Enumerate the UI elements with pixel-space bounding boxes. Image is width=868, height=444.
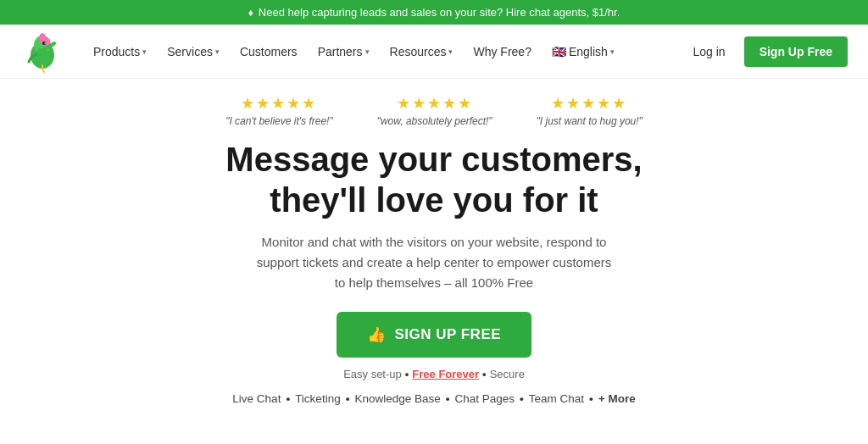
badge-easy: Easy set-up [343,368,402,380]
feature-knowledge-base: Knowledge Base [354,392,440,405]
feature-chat-pages: Chat Pages [454,392,515,405]
signup-button[interactable]: Sign Up Free [744,36,848,67]
reviews-row: ★★★★★ "I can't believe it's free!" ★★★★★… [225,94,643,127]
hero-section: ★★★★★ "I can't believe it's free!" ★★★★★… [0,79,868,405]
login-button[interactable]: Log in [684,40,733,64]
nav-resources[interactable]: Resources ▾ [381,40,462,64]
nav-customers[interactable]: Customers [231,40,306,64]
stars-3: ★★★★★ [551,94,627,113]
stars-2: ★★★★★ [397,94,473,113]
logo-parrot [20,30,64,74]
quote-1: "I can't believe it's free!" [225,115,333,127]
language-chevron-icon: ▾ [610,47,615,56]
nav-right: Log in Sign Up Free [684,36,848,67]
nav-services[interactable]: Services ▾ [159,40,228,64]
hero-headline: Message your customers, they'll love you… [225,139,642,220]
bullet-1: • [405,368,409,380]
feature-team-chat: Team Chat [529,392,584,405]
banner-text: Need help capturing leads and sales on y… [259,6,620,19]
svg-point-5 [44,42,45,43]
bullet-2: • [482,368,487,380]
resources-chevron-icon: ▾ [448,47,453,56]
partners-chevron-icon: ▾ [365,47,370,56]
diamond-icon: ♦ [248,7,253,19]
quote-3: "I just want to hug you!" [537,115,643,127]
nav-products[interactable]: Products ▾ [85,40,155,64]
review-2: ★★★★★ "wow, absolutely perfect!" [377,94,492,127]
services-chevron-icon: ▾ [215,47,220,56]
feature-live-chat: Live Chat [232,392,281,405]
main-nav: Products ▾ Services ▾ Customers Partners… [0,25,868,79]
badge-row: Easy set-up • Free Forever • Secure [343,368,525,380]
hero-subtext: Monitor and chat with the visitors on yo… [256,232,612,293]
feature-list: Live Chat • Ticketing • Knowledge Base •… [232,392,635,405]
review-3: ★★★★★ "I just want to hug you!" [537,94,643,127]
nav-partners[interactable]: Partners ▾ [309,40,378,64]
cta-signup-button[interactable]: 👍 SIGN UP FREE [337,312,531,358]
feature-more: + More [598,392,636,405]
badge-free: Free Forever [412,368,479,380]
nav-links: Products ▾ Services ▾ Customers Partners… [85,40,684,64]
products-chevron-icon: ▾ [142,47,147,56]
cta-label: SIGN UP FREE [394,326,501,343]
stars-1: ★★★★★ [241,94,317,113]
flag-icon: 🇬🇧 [552,45,566,58]
thumbs-up-icon: 👍 [367,325,387,344]
review-1: ★★★★★ "I can't believe it's free!" [225,94,333,127]
nav-whyfree[interactable]: Why Free? [465,40,539,64]
badge-secure: Secure [490,368,525,380]
feature-ticketing: Ticketing [295,392,341,405]
quote-2: "wow, absolutely perfect!" [377,115,492,127]
nav-language[interactable]: 🇬🇧 English ▾ [543,40,623,64]
logo-area[interactable] [20,30,64,74]
top-banner: ♦ Need help capturing leads and sales on… [0,0,868,25]
